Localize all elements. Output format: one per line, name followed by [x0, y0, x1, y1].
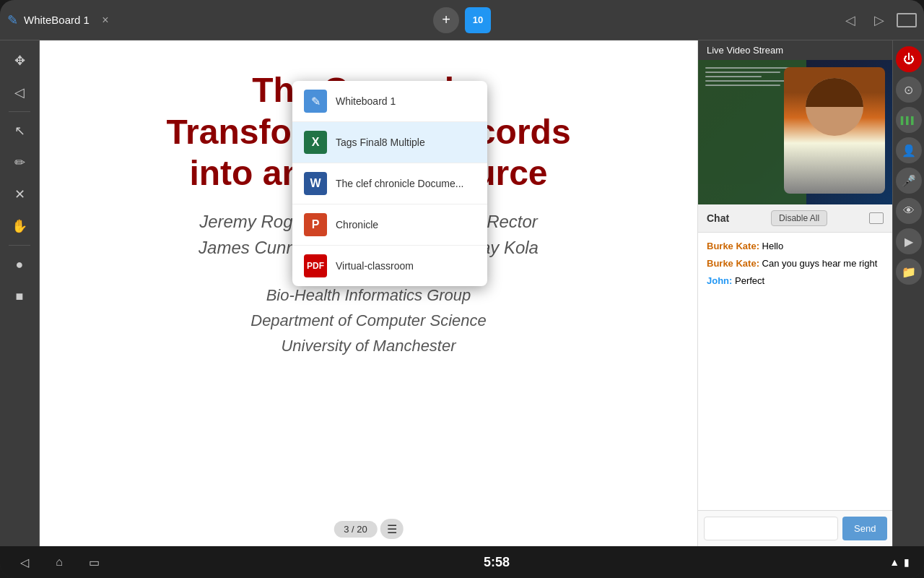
- folder-icon: 📁: [902, 265, 916, 279]
- move-tool-button[interactable]: ✥: [5, 46, 34, 75]
- forward-icon: ▷: [874, 12, 884, 28]
- plus-icon: +: [442, 12, 450, 28]
- system-nav: ◁ ⌂ ▭: [14, 552, 104, 572]
- record-icon: ●: [16, 257, 24, 272]
- dropdown-item-label-excel: Tags Final8 Multiple: [336, 137, 476, 148]
- minimize-button[interactable]: [897, 13, 917, 27]
- power-button[interactable]: ⏻: [896, 46, 922, 72]
- ppt-file-icon: P: [304, 213, 327, 236]
- pen-icon: ✏: [14, 155, 25, 171]
- dropdown-item-excel[interactable]: X Tags Final8 Multiple: [292, 122, 487, 163]
- chalk-line-3: [705, 76, 762, 77]
- dropdown-item-whiteboard1[interactable]: ✎ Whiteboard 1: [292, 81, 487, 122]
- dropdown-item-pdf[interactable]: PDF Virtual-classroom: [292, 246, 487, 286]
- chalk-line-5: [705, 85, 780, 86]
- tabs-dropdown: ✎ Whiteboard 1 X Tags Final8 Multiple W …: [292, 81, 487, 286]
- disable-all-button[interactable]: Disable All: [771, 210, 827, 226]
- chat-input[interactable]: [704, 517, 838, 540]
- person-icon: 👤: [902, 144, 916, 158]
- collapse-panel-button[interactable]: ◁: [5, 78, 34, 107]
- right-toolbar: ⏻ ⊙ ▌▌▌ 👤 🎤 👁 ▶ 📁: [892, 40, 924, 546]
- list-icon: ☰: [387, 522, 397, 536]
- clock-button[interactable]: ⊙: [896, 77, 922, 103]
- back-icon: ◁: [845, 12, 855, 28]
- eye-button[interactable]: 👁: [896, 198, 922, 224]
- toolbar-separator-1: [9, 111, 30, 112]
- message-text-1: Hello: [762, 241, 784, 251]
- clock-icon: ⊙: [904, 83, 913, 97]
- top-bar-right: ◁ ▷: [491, 9, 917, 32]
- send-button[interactable]: Send: [842, 517, 887, 540]
- mic-button[interactable]: 🎤: [896, 168, 922, 194]
- battery-icon: ▮: [904, 556, 910, 568]
- signal-button[interactable]: ▌▌▌: [896, 107, 922, 133]
- home-nav-icon: ⌂: [56, 556, 63, 569]
- system-status-icons: ▲ ▮: [889, 556, 910, 568]
- sender-burke-kate-1: Burke Kate:: [707, 241, 762, 251]
- close-button[interactable]: ×: [95, 10, 116, 30]
- chat-message-1: Burke Kate: Hello: [707, 240, 884, 253]
- move-icon: ✥: [14, 53, 25, 69]
- slide-institution: Bio-Health Informatics Group Department …: [250, 282, 487, 359]
- pen-tool-button[interactable]: ✏: [5, 148, 34, 177]
- hand-icon: ✋: [12, 218, 27, 234]
- hand-tool-button[interactable]: ✋: [5, 212, 34, 241]
- shape-button[interactable]: ■: [5, 282, 34, 311]
- eye-icon: 👁: [903, 204, 915, 217]
- chat-minimize-button[interactable]: [869, 212, 884, 224]
- chalk-line-2: [705, 72, 780, 73]
- collapse-icon: ◁: [14, 85, 25, 100]
- folder-button[interactable]: 📁: [896, 259, 922, 285]
- page-indicator: 3 / 20 ☰: [334, 519, 404, 539]
- back-nav-button[interactable]: ◁: [14, 552, 35, 572]
- top-center-controls: + 10: [433, 7, 491, 33]
- chat-message-2: Burke Kate: Can you guys hear me right: [707, 257, 884, 270]
- system-bar: ◁ ⌂ ▭ 5:58 ▲ ▮: [0, 546, 924, 578]
- sender-burke-kate-2: Burke Kate:: [707, 258, 762, 269]
- dropdown-item-ppt[interactable]: P Chronicle: [292, 204, 487, 246]
- record-button[interactable]: ●: [5, 250, 34, 279]
- page-list-button[interactable]: ☰: [380, 519, 404, 539]
- mic-icon: 🎤: [902, 174, 916, 188]
- live-video-area: [698, 60, 892, 204]
- teacher-hair: [806, 78, 863, 107]
- dropdown-item-label-ppt: Chronicle: [336, 219, 476, 230]
- dropdown-item-label-word: The clef chronicle Docume...: [336, 178, 476, 189]
- teacher-figure: [784, 67, 885, 194]
- top-bar: ✎ WhiteBoard 1 × + 10 ◁ ▷: [0, 0, 924, 40]
- back-button[interactable]: ◁: [839, 9, 862, 32]
- chat-header: Chat Disable All: [698, 204, 892, 233]
- eraser-tool-button[interactable]: ✕: [5, 180, 34, 209]
- teacher-face: [806, 78, 863, 136]
- dropdown-item-word[interactable]: W The clef chronicle Docume...: [292, 163, 487, 204]
- power-icon: ⏻: [903, 53, 915, 66]
- forward-button[interactable]: ▷: [868, 9, 891, 32]
- sender-john: John:: [707, 275, 735, 286]
- wifi-icon: ▲: [889, 556, 899, 568]
- chat-section: Chat Disable All Burke Kate: Hello Burke…: [698, 204, 892, 546]
- pdf-file-icon: PDF: [304, 254, 327, 277]
- left-toolbar: ✥ ◁ ↖ ✏ ✕ ✋ ● ■: [0, 40, 40, 546]
- tabs-count-label: 10: [473, 14, 483, 25]
- shape-icon: ■: [16, 289, 24, 304]
- right-panel: Live Video Stream: [697, 40, 892, 546]
- recents-nav-button[interactable]: ▭: [84, 552, 104, 572]
- dropdown-item-label-pdf: Virtual-classroom: [336, 260, 476, 272]
- play-icon: ▶: [905, 235, 913, 249]
- back-nav-icon: ◁: [20, 556, 29, 569]
- video-placeholder: [698, 60, 892, 204]
- whiteboard-icon: ✎: [7, 12, 18, 28]
- person-button[interactable]: 👤: [896, 137, 922, 163]
- home-nav-button[interactable]: ⌂: [49, 552, 69, 572]
- chat-message-3: John: Perfect: [707, 275, 884, 288]
- whiteboard-title: WhiteBoard 1: [24, 14, 90, 26]
- add-tab-button[interactable]: +: [433, 7, 459, 33]
- page-number: 3 / 20: [334, 521, 378, 538]
- system-time: 5:58: [484, 555, 510, 570]
- chat-messages: Burke Kate: Hello Burke Kate: Can you gu…: [698, 233, 892, 510]
- play-button[interactable]: ▶: [896, 228, 922, 254]
- tabs-count-button[interactable]: 10: [465, 7, 491, 33]
- close-icon: ×: [102, 14, 108, 27]
- select-tool-button[interactable]: ↖: [5, 116, 34, 145]
- message-text-2: Can you guys hear me right: [762, 258, 878, 269]
